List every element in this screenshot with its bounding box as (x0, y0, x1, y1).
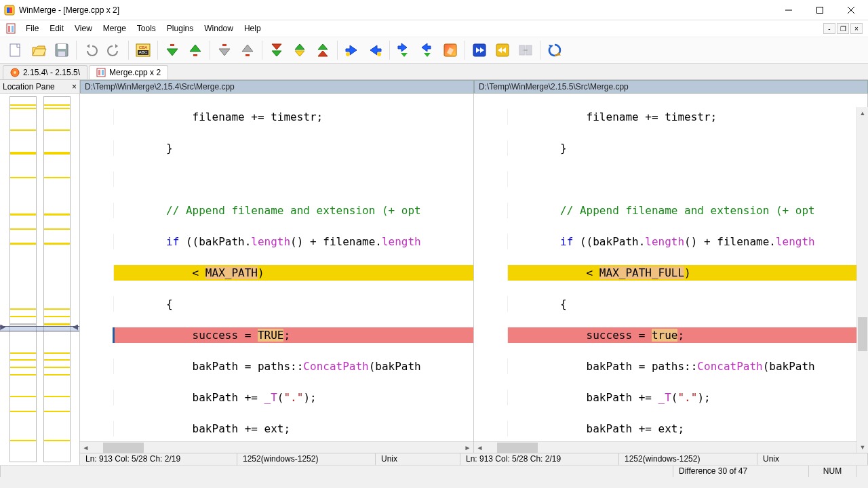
diff-area: D:\Temp\WinMerge\2.15.4\Src\Merge.cpp D:… (80, 80, 868, 465)
tab-file-label: Merge.cpp x 2 (109, 68, 161, 77)
resize-grip[interactable] (856, 466, 868, 477)
svg-rect-12 (58, 44, 66, 49)
child-window-controls: - ❐ × (823, 23, 865, 34)
svg-rect-31 (97, 68, 105, 77)
copy-left-button[interactable] (363, 39, 387, 62)
undo-button[interactable] (79, 39, 102, 62)
all-right-button[interactable] (468, 39, 491, 62)
svg-point-23 (377, 52, 381, 56)
left-hscroll[interactable]: ◄► (80, 441, 473, 453)
open-button[interactable] (27, 39, 50, 62)
svg-rect-21 (245, 54, 250, 56)
window-title: WinMerge - [Merge.cpp x 2] (19, 5, 119, 15)
svg-rect-7 (7, 24, 15, 33)
location-pane-body[interactable]: ⯈ ⯇ (0, 94, 79, 465)
pane-header-left[interactable]: D:\Temp\WinMerge\2.15.4\Src\Merge.cpp (80, 80, 474, 94)
svg-rect-18 (170, 44, 174, 46)
svg-rect-2 (9, 7, 12, 13)
doc-icon (5, 23, 16, 34)
menu-view[interactable]: View (69, 22, 98, 35)
next-conflict-button[interactable] (213, 39, 236, 62)
location-bar-right[interactable] (43, 96, 71, 462)
menu-window[interactable]: Window (199, 22, 239, 35)
document-tabs: 2.15.4\ - 2.15.5\ Merge.cpp x 2 (0, 64, 868, 80)
right-hscroll[interactable]: ◄► (474, 441, 867, 453)
status-left-pos: Ln: 913 Col: 5/28 Ch: 2/19 (80, 453, 237, 465)
left-pane[interactable]: filename += timestr; } // Append filenam… (80, 94, 474, 453)
status-diff-count: Difference 30 of 47 (673, 466, 808, 477)
last-diff-button[interactable] (311, 39, 334, 62)
menu-plugins[interactable]: Plugins (161, 22, 199, 35)
svg-rect-33 (102, 70, 104, 75)
work-area: Location Pane × (0, 80, 868, 465)
status-left-enc: 1252(windows-1252) (237, 453, 376, 465)
auto-merge-button[interactable] (514, 39, 537, 62)
all-left-button[interactable] (491, 39, 514, 62)
status-num: NUM (808, 466, 856, 477)
options-button[interactable] (439, 39, 462, 62)
current-diff-button[interactable] (288, 39, 311, 62)
main-status-bar: Difference 30 of 47 NUM (0, 465, 868, 477)
status-right-pos: Ln: 913 Col: 5/28 Ch: 2/19 (460, 453, 619, 465)
svg-rect-10 (10, 44, 20, 56)
svg-text:CBA: CBA (139, 45, 147, 49)
svg-rect-8 (8, 26, 10, 32)
status-right-enc: 1252(windows-1252) (619, 453, 757, 465)
location-arrow-left-icon: ⯈ (0, 324, 7, 331)
copy-right-advance-button[interactable] (393, 39, 416, 62)
new-button[interactable] (4, 39, 27, 62)
child-close[interactable]: × (850, 23, 863, 34)
tab-file-compare[interactable]: Merge.cpp x 2 (89, 65, 168, 79)
close-button[interactable] (835, 0, 867, 20)
menu-tools[interactable]: Tools (132, 22, 161, 35)
status-left-eol: Unix (376, 453, 460, 465)
svg-rect-4 (817, 7, 823, 13)
status-right-eol: Unix (757, 453, 868, 465)
svg-point-22 (346, 52, 350, 56)
minimize-button[interactable] (773, 0, 804, 20)
svg-rect-9 (12, 26, 14, 32)
tab-folder-compare[interactable]: 2.15.4\ - 2.15.5\ (3, 65, 87, 79)
maximize-button[interactable] (804, 0, 835, 20)
svg-rect-20 (222, 44, 226, 46)
svg-text:ABC: ABC (139, 50, 148, 54)
save-button[interactable] (50, 39, 73, 62)
toolbar: CBAABC (0, 37, 868, 64)
vscroll[interactable]: ▲ ▼ (856, 107, 868, 453)
redo-button[interactable] (102, 39, 125, 62)
child-minimize[interactable]: - (823, 23, 835, 34)
next-diff-button[interactable] (161, 39, 184, 62)
menu-file[interactable]: File (20, 22, 44, 35)
location-pane: Location Pane × (0, 80, 80, 465)
svg-rect-1 (7, 7, 9, 13)
location-bar-left[interactable] (9, 96, 37, 462)
location-cursor[interactable] (0, 326, 79, 331)
svg-rect-19 (193, 54, 197, 56)
pane-header-right[interactable]: D:\Temp\WinMerge\2.15.5\Src\Merge.cpp (474, 80, 868, 94)
app-icon (4, 5, 15, 16)
refresh-button[interactable] (543, 39, 566, 62)
right-pane[interactable]: filename += timestr; } // Append filenam… (474, 94, 868, 453)
location-pane-title: Location Pane (3, 82, 55, 92)
pane-status-bar: Ln: 913 Col: 5/28 Ch: 2/19 1252(windows-… (80, 453, 868, 465)
svg-rect-13 (58, 52, 65, 56)
menu-help[interactable]: Help (239, 22, 267, 35)
prev-conflict-button[interactable] (236, 39, 259, 62)
abc-compare-button[interactable]: CBAABC (132, 39, 155, 62)
copy-right-button[interactable] (340, 39, 363, 62)
first-diff-button[interactable] (265, 39, 288, 62)
prev-diff-button[interactable] (184, 39, 207, 62)
copy-left-advance-button[interactable] (416, 39, 439, 62)
tab-folder-label: 2.15.4\ - 2.15.5\ (23, 68, 80, 77)
location-pane-header: Location Pane × (0, 80, 79, 94)
location-arrow-right-icon: ⯇ (73, 324, 79, 331)
titlebar: WinMerge - [Merge.cpp x 2] (0, 0, 868, 20)
menu-edit[interactable]: Edit (44, 22, 69, 35)
menu-merge[interactable]: Merge (98, 22, 132, 35)
svg-point-30 (14, 71, 16, 74)
menubar: File Edit View Merge Tools Plugins Windo… (0, 20, 868, 37)
svg-rect-32 (98, 70, 100, 75)
location-pane-close[interactable]: × (72, 82, 77, 92)
child-restore[interactable]: ❐ (837, 23, 849, 34)
